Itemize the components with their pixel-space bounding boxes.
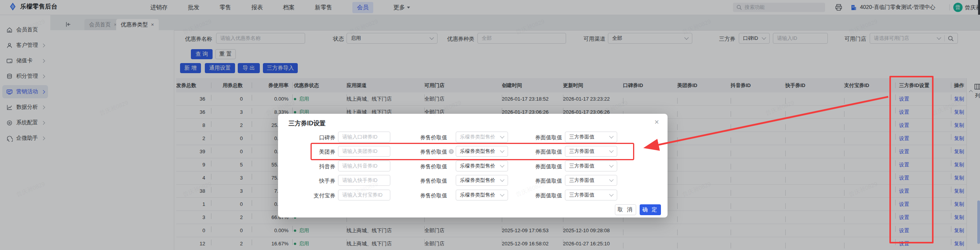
modal-title: 三方券ID设置 xyxy=(288,120,326,128)
chevron-down-icon xyxy=(609,192,613,196)
chevron-down-icon xyxy=(500,149,504,153)
chevron-down-icon xyxy=(500,163,504,167)
chevron-down-icon xyxy=(500,192,504,196)
modal-row: 支付宝券 请输入支付宝券ID 券售价取值 ? 乐檬券类型售价 券面值取值 三方券… xyxy=(278,190,668,204)
coupon-id-input[interactable]: 请输入快手券ID xyxy=(338,175,390,186)
info-icon[interactable]: ? xyxy=(449,149,454,154)
face-value-select[interactable]: 三方券面值 xyxy=(565,146,617,157)
price-source-select[interactable]: 乐檬券类型售价 xyxy=(456,190,508,200)
chevron-down-icon xyxy=(609,163,613,167)
coupon-platform-label: 快手券 xyxy=(290,178,335,185)
modal-row: 抖音券 请输入抖音券ID 券售价取值 ? 乐檬券类型售价 券面值取值 三方券面值 xyxy=(278,161,668,175)
confirm-button[interactable]: 确 定 xyxy=(640,204,661,215)
chevron-down-icon xyxy=(609,149,613,153)
coupon-id-input[interactable]: 请输入美团券ID xyxy=(338,146,390,157)
modal-rows: 口碑券 请输入口碑券ID 券售价取值 ? 乐檬券类型售价 券面值取值 三方券面值… xyxy=(278,132,668,204)
coupon-id-input[interactable]: 请输入口碑券ID xyxy=(338,132,390,142)
face-value-select[interactable]: 三方券面值 xyxy=(565,132,617,142)
face-value-label: 券面值取值 xyxy=(535,178,562,185)
modal-row: 口碑券 请输入口碑券ID 券售价取值 ? 乐檬券类型售价 券面值取值 三方券面值 xyxy=(278,132,668,146)
cancel-button[interactable]: 取 消 xyxy=(615,204,636,215)
coupon-platform-label: 口碑券 xyxy=(290,134,335,141)
price-source-select[interactable]: 乐檬券类型售价 xyxy=(456,175,508,186)
modal-row: 美团券 请输入美团券ID 券售价取值 ? 乐檬券类型售价 券面值取值 三方券面值 xyxy=(278,146,668,160)
price-source-label: 券售价取值 xyxy=(420,134,447,141)
face-value-label: 券面值取值 xyxy=(535,134,562,141)
face-value-label: 券面值取值 xyxy=(535,192,562,199)
face-value-select[interactable]: 三方券面值 xyxy=(565,161,617,171)
price-source-select[interactable]: 乐檬券类型售价 xyxy=(456,146,508,157)
chevron-down-icon xyxy=(609,178,613,182)
face-value-label: 券面值取值 xyxy=(535,163,562,170)
face-value-label: 券面值取值 xyxy=(535,149,562,156)
coupon-id-input[interactable]: 请输入抖音券ID xyxy=(338,161,390,171)
coupon-id-input[interactable]: 请输入支付宝券ID xyxy=(338,190,390,200)
price-source-label: 券售价取值 xyxy=(420,149,447,156)
face-value-select[interactable]: 三方券面值 xyxy=(565,190,617,200)
close-icon[interactable]: × xyxy=(654,118,659,127)
price-source-label: 券售价取值 xyxy=(420,163,447,170)
coupon-platform-label: 抖音券 xyxy=(290,163,335,170)
price-source-label: 券售价取值 xyxy=(420,178,447,185)
coupon-platform-label: 美团券 xyxy=(290,149,335,156)
third-party-id-modal: 三方券ID设置 × 口碑券 请输入口碑券ID 券售价取值 ? 乐檬券类型售价 券… xyxy=(278,114,668,217)
chevron-down-icon xyxy=(500,134,504,138)
price-source-label: 券售价取值 xyxy=(420,192,447,199)
price-source-select[interactable]: 乐檬券类型售价 xyxy=(456,161,508,171)
price-source-select[interactable]: 乐檬券类型售价 xyxy=(456,132,508,142)
face-value-select[interactable]: 三方券面值 xyxy=(565,175,617,186)
modal-row: 快手券 请输入快手券ID 券售价取值 ? 乐檬券类型售价 券面值取值 三方券面值 xyxy=(278,175,668,189)
coupon-platform-label: 支付宝券 xyxy=(290,192,335,199)
chevron-down-icon xyxy=(500,178,504,182)
chevron-down-icon xyxy=(609,134,613,138)
